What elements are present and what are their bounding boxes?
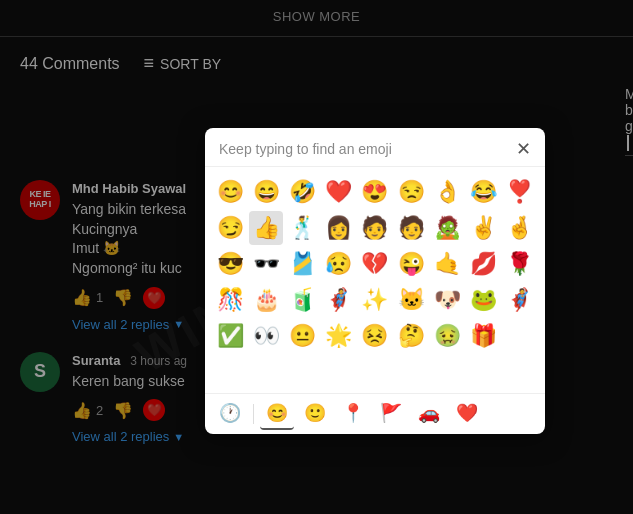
- emoji-cell-35[interactable]: 🦸: [503, 283, 537, 317]
- emoji-cell-27[interactable]: 🎊: [213, 283, 247, 317]
- emoji-cell-46[interactable]: [249, 355, 283, 389]
- emoji-cell-21[interactable]: 😥: [322, 247, 356, 281]
- emoji-cell-41[interactable]: 🤔: [394, 319, 428, 353]
- emoji-picker-footer: 🕐 😊 🙂 📍 🚩 🚗 ❤️: [205, 393, 545, 434]
- emoji-cell-26[interactable]: 🌹: [503, 247, 537, 281]
- emoji-cell-24[interactable]: 🤙: [430, 247, 464, 281]
- emoji-cell-28[interactable]: 🎂: [249, 283, 283, 317]
- emoji-cell-9[interactable]: 😏: [213, 211, 247, 245]
- emoji-cell-8[interactable]: ❣️: [503, 175, 537, 209]
- emoji-cell-20[interactable]: 🎽: [285, 247, 319, 281]
- emoji-cell-43[interactable]: 🎁: [467, 319, 501, 353]
- emoji-cell-2[interactable]: 🤣: [285, 175, 319, 209]
- footer-flag-icon[interactable]: 🚩: [374, 398, 408, 430]
- emoji-cell-14[interactable]: 🧑: [394, 211, 428, 245]
- emoji-cell-15[interactable]: 🧟: [430, 211, 464, 245]
- emoji-cell-16[interactable]: ✌️: [467, 211, 501, 245]
- emoji-cell-3[interactable]: ❤️: [322, 175, 356, 209]
- emoji-cell-31[interactable]: ✨: [358, 283, 392, 317]
- emoji-picker: Keep typing to find an emoji ✕ 😊😄🤣❤️😍😒👌😂…: [205, 128, 545, 434]
- emoji-cell-39[interactable]: 🌟: [322, 319, 356, 353]
- footer-clock-icon[interactable]: 🕐: [213, 398, 247, 430]
- emoji-picker-header: Keep typing to find an emoji ✕: [205, 128, 545, 167]
- emoji-cell-5[interactable]: 😒: [394, 175, 428, 209]
- footer-heart-icon[interactable]: ❤️: [450, 398, 484, 430]
- footer-people-icon[interactable]: 🙂: [298, 398, 332, 430]
- emoji-cell-4[interactable]: 😍: [358, 175, 392, 209]
- emoji-cell-45[interactable]: [213, 355, 247, 389]
- emoji-cell-18[interactable]: 😎: [213, 247, 247, 281]
- emoji-cell-1[interactable]: 😄: [249, 175, 283, 209]
- emoji-cell-10[interactable]: 👍: [249, 211, 283, 245]
- emoji-cell-44[interactable]: [503, 319, 537, 353]
- emoji-cell-13[interactable]: 🧑: [358, 211, 392, 245]
- emoji-cell-33[interactable]: 🐶: [430, 283, 464, 317]
- footer-car-icon[interactable]: 🚗: [412, 398, 446, 430]
- emoji-cell-29[interactable]: 🧃: [285, 283, 319, 317]
- emoji-cell-22[interactable]: 💔: [358, 247, 392, 281]
- emoji-cell-30[interactable]: 🦸: [322, 283, 356, 317]
- emoji-cell-47[interactable]: [285, 355, 319, 389]
- emoji-cell-40[interactable]: 😣: [358, 319, 392, 353]
- emoji-cell-32[interactable]: 🐱: [394, 283, 428, 317]
- emoji-cell-6[interactable]: 👌: [430, 175, 464, 209]
- emoji-cell-19[interactable]: 🕶️: [249, 247, 283, 281]
- emoji-close-button[interactable]: ✕: [516, 140, 531, 158]
- emoji-cell-23[interactable]: 😜: [394, 247, 428, 281]
- emoji-cell-7[interactable]: 😂: [467, 175, 501, 209]
- emoji-cell-37[interactable]: 👀: [249, 319, 283, 353]
- emoji-cell-34[interactable]: 🐸: [467, 283, 501, 317]
- footer-divider: [253, 404, 254, 424]
- emoji-cell-0[interactable]: 😊: [213, 175, 247, 209]
- emoji-search-placeholder: Keep typing to find an emoji: [219, 141, 516, 157]
- emoji-cell-38[interactable]: 😐: [285, 319, 319, 353]
- footer-pin-icon[interactable]: 📍: [336, 398, 370, 430]
- footer-smiley-icon[interactable]: 😊: [260, 398, 294, 430]
- emoji-cell-36[interactable]: ✅: [213, 319, 247, 353]
- emoji-cell-42[interactable]: 🤢: [430, 319, 464, 353]
- emoji-cell-12[interactable]: 👩: [322, 211, 356, 245]
- emoji-grid: 😊😄🤣❤️😍😒👌😂❣️😏👍🕺👩🧑🧑🧟✌️🤞😎🕶️🎽😥💔😜🤙💋🌹🎊🎂🧃🦸✨🐱🐶🐸🦸…: [205, 167, 545, 393]
- emoji-cell-17[interactable]: 🤞: [503, 211, 537, 245]
- emoji-cell-25[interactable]: 💋: [467, 247, 501, 281]
- emoji-cell-11[interactable]: 🕺: [285, 211, 319, 245]
